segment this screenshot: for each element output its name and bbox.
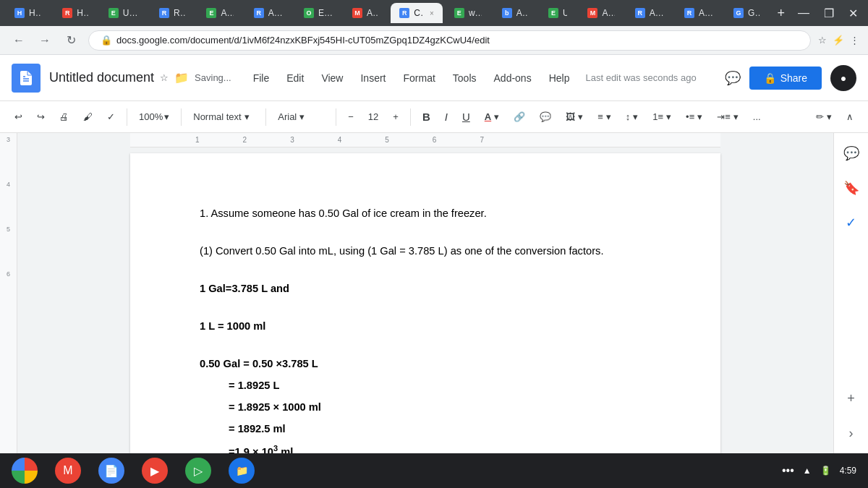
panel-check-icon[interactable]: ✓	[840, 211, 863, 234]
tab-answer[interactable]: b Answ	[493, 3, 537, 23]
tab-hotel[interactable]: R Hotel	[54, 3, 96, 23]
tab-u[interactable]: E U×	[540, 3, 576, 23]
spell-check-button[interactable]: ✓	[101, 106, 121, 128]
tab-aps4[interactable]: R APS T	[626, 3, 673, 23]
google-docs-logo	[12, 64, 41, 93]
lock-icon: 🔒	[764, 72, 776, 84]
print-button[interactable]: 🖨	[54, 106, 75, 128]
italic-button[interactable]: I	[439, 106, 454, 128]
numbered-list-button[interactable]: 1≡ ▾	[647, 106, 677, 128]
paint-format-button[interactable]: 🖌	[77, 106, 98, 128]
zoom-selector[interactable]: 100% ▾	[133, 106, 175, 128]
tab-aps-m[interactable]: M APS /	[344, 3, 388, 23]
folder-icon[interactable]: 📁	[174, 71, 189, 85]
tab-close-chap[interactable]: ×	[430, 9, 434, 17]
tab-works[interactable]: E works	[446, 3, 490, 23]
document-page[interactable]: 1. Assume someone has 0.50 Gal of ice cr…	[130, 153, 720, 453]
menu-edit[interactable]: Edit	[279, 68, 311, 88]
tab-favicon-u: E	[548, 8, 558, 18]
menu-addons[interactable]: Add-ons	[487, 68, 539, 88]
menu-icon[interactable]: ⋮	[850, 35, 859, 46]
tab-review[interactable]: R Revie	[150, 3, 195, 23]
taskbar-docs[interactable]: 📄	[98, 458, 124, 484]
font-size-increase-button[interactable]: +	[387, 106, 404, 128]
taskbar-files[interactable]: 📁	[229, 458, 255, 484]
address-bar: ← → ↻ 🔒 docs.google.com/document/d/1ivM6…	[0, 26, 868, 55]
reload-button[interactable]: ↻	[61, 30, 81, 51]
share-button[interactable]: 🔒 Share	[749, 67, 822, 90]
menu-view[interactable]: View	[314, 68, 350, 88]
indent-button[interactable]: ⇥≡ ▾	[711, 106, 744, 128]
panel-expand-icon[interactable]: ›	[840, 421, 863, 445]
bold-button[interactable]: B	[417, 106, 436, 128]
collapse-toolbar-button[interactable]: ∧	[841, 106, 859, 128]
tab-aps5[interactable]: R APS T	[676, 3, 722, 23]
insert-image-button[interactable]: 🖼 ▾	[560, 106, 589, 128]
maximize-icon[interactable]: ❐	[820, 7, 838, 20]
font-size-value: 12	[368, 111, 378, 122]
tab-label-aps4: APS T	[650, 8, 664, 18]
undo-button[interactable]: ↩	[9, 106, 28, 128]
link-icon: 🔗	[514, 111, 525, 122]
bullet-list-button[interactable]: •≡ ▾	[680, 106, 708, 128]
user-avatar[interactable]: ●	[830, 65, 856, 91]
menu-file[interactable]: File	[246, 68, 277, 88]
panel-bookmark-icon[interactable]: 🔖	[840, 176, 863, 200]
taskbar-play[interactable]: ▷	[185, 458, 211, 484]
taskbar-status-area: ••• ▲ 🔋 4:59	[782, 464, 856, 477]
font-size-decrease-button[interactable]: −	[342, 106, 359, 128]
extension-icon[interactable]: ⚡	[833, 35, 844, 46]
image-arrow: ▾	[578, 111, 583, 122]
comment-button[interactable]: 💬	[534, 106, 557, 128]
align-icon: ≡	[597, 111, 603, 122]
new-tab-button[interactable]: +	[772, 6, 791, 21]
close-icon[interactable]: ✕	[844, 7, 862, 20]
document-scroll-area[interactable]: 1 2 3 4 5 6 7 1. Assume someone has 0.50…	[17, 133, 833, 453]
forward-button[interactable]: →	[35, 30, 55, 51]
menu-insert[interactable]: Insert	[353, 68, 393, 88]
ruler-mark-7: 7	[480, 136, 484, 144]
edit-pencil-button[interactable]: ✏ ▾	[810, 106, 838, 128]
document-title[interactable]: Untitled document	[49, 70, 154, 85]
menu-format[interactable]: Format	[396, 68, 442, 88]
tab-google[interactable]: G Goog	[725, 3, 768, 23]
line-spacing-button[interactable]: ↕ ▾	[620, 106, 644, 128]
text-style-selector[interactable]: Normal text ▾	[187, 106, 260, 128]
taskbar-youtube[interactable]: ▶	[142, 458, 168, 484]
para-convert: (1) Convert 0.50 Gal into mL, using (1 G…	[200, 243, 651, 259]
panel-chat-icon[interactable]: 💬	[840, 142, 863, 165]
tab-aps3[interactable]: M APS /	[579, 3, 623, 23]
numbered-list-arrow: ▾	[666, 111, 671, 122]
convert-text: (1) Convert 0.50 Gal into mL, using (1 G…	[200, 245, 603, 257]
tab-favicon-aps2: R	[254, 8, 264, 18]
tab-essay[interactable]: O Essay	[295, 3, 341, 23]
paint-format-icon: 🖌	[83, 111, 93, 122]
tab-aps1[interactable]: E APS_	[197, 3, 242, 23]
url-bar[interactable]: 🔒 docs.google.com/document/d/1ivM6f24nzx…	[88, 30, 811, 51]
font-size-input[interactable]: 12	[362, 106, 384, 128]
alignment-button[interactable]: ≡ ▾	[592, 106, 617, 128]
tab-chap[interactable]: R Chap ×	[391, 3, 443, 23]
tab-home[interactable]: H Home	[6, 3, 51, 23]
ruler-mark-3: 3	[290, 136, 294, 144]
link-button[interactable]: 🔗	[508, 106, 531, 128]
minimize-icon[interactable]: —	[793, 7, 814, 20]
tab-untitled[interactable]: E Untitl...	[100, 3, 148, 23]
line4-text: = 1.8925 L	[229, 380, 279, 391]
chat-icon[interactable]: 💬	[725, 70, 741, 86]
font-selector[interactable]: Arial ▾	[272, 106, 330, 128]
menu-tools[interactable]: Tools	[446, 68, 484, 88]
tab-aps2[interactable]: R APS C	[245, 3, 292, 23]
taskbar-chrome[interactable]	[12, 458, 38, 484]
panel-add-icon[interactable]: +	[840, 387, 863, 410]
redo-button[interactable]: ↪	[31, 106, 51, 128]
zoom-value: 100%	[139, 111, 163, 122]
taskbar-gmail[interactable]: M	[55, 458, 81, 484]
underline-button[interactable]: U	[456, 106, 476, 128]
bookmark-icon[interactable]: ☆	[818, 35, 827, 46]
text-color-button[interactable]: A ▾	[479, 106, 505, 128]
more-options-button[interactable]: ...	[747, 106, 767, 128]
star-icon[interactable]: ☆	[160, 72, 169, 83]
back-button[interactable]: ←	[9, 30, 29, 51]
menu-help[interactable]: Help	[542, 68, 577, 88]
